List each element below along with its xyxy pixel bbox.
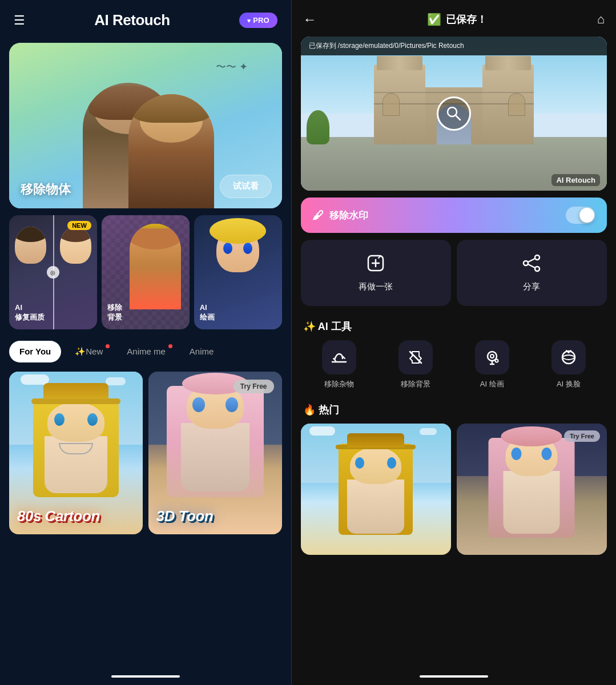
new-badge: NEW bbox=[67, 221, 91, 230]
tool-remove-bg[interactable]: 移除背景 bbox=[398, 340, 433, 389]
watermark-toggle-row: 🖌 移除水印 bbox=[301, 198, 607, 233]
remove-clutter-icon bbox=[322, 340, 356, 374]
zoom-icon bbox=[445, 105, 462, 122]
svg-point-5 bbox=[535, 255, 539, 260]
try-free-badge-hot[interactable]: Try Free bbox=[564, 430, 600, 442]
svg-point-6 bbox=[535, 267, 539, 271]
share-button[interactable]: 分享 bbox=[457, 240, 607, 306]
svg-line-1 bbox=[456, 115, 460, 120]
small-card-restore[interactable]: ◎ NEW AI修复画质 bbox=[9, 215, 97, 329]
svg-point-7 bbox=[524, 261, 528, 265]
tools-row: 移除杂物 移除背景 AI 绘画 bbox=[292, 340, 616, 398]
right-header: ← ✅ 已保存！ ⌂ bbox=[292, 0, 616, 37]
anime-card-80s-label: 80s Cartoon bbox=[17, 507, 135, 525]
anime-card-3dtoon[interactable]: Try Free 3D Toon bbox=[148, 372, 282, 534]
app-title: AI Retouch bbox=[94, 11, 170, 29]
anime-grid: 80s Cartoon Try Free 3D To bbox=[9, 372, 282, 668]
ai-face-swap-icon bbox=[551, 340, 586, 374]
redo-button[interactable]: 再做一张 bbox=[301, 240, 451, 306]
tab-new[interactable]: ✨New bbox=[65, 341, 113, 362]
anime-card-80s[interactable]: 80s Cartoon bbox=[9, 372, 143, 534]
back-button[interactable]: ← bbox=[303, 11, 317, 27]
watermark-toggle[interactable] bbox=[566, 207, 595, 224]
saved-status: ✅ 已保存！ bbox=[427, 13, 487, 26]
anime-card-3dtoon-label: 3D Toon bbox=[156, 507, 274, 525]
tab-anime-me-dot bbox=[168, 344, 172, 348]
ai-tools-title: ✨ AI 工具 bbox=[292, 315, 616, 340]
svg-line-8 bbox=[528, 259, 535, 262]
saved-checkmark-icon: ✅ bbox=[427, 13, 441, 26]
remove-clutter-label: 移除杂物 bbox=[324, 379, 354, 389]
watermark-label-row: 🖌 移除水印 bbox=[312, 209, 368, 222]
small-card-remove-bg[interactable]: 移除背景 bbox=[102, 215, 190, 329]
pro-badge[interactable]: PRO bbox=[239, 13, 277, 28]
svg-point-13 bbox=[490, 354, 494, 358]
tab-for-you[interactable]: For You bbox=[9, 341, 61, 362]
hot-grid: Try Free bbox=[292, 424, 616, 668]
try-free-badge-3dtoon[interactable]: Try Free bbox=[233, 380, 274, 393]
cathedral-image: AI Retouch bbox=[301, 37, 607, 191]
tab-anime[interactable]: Anime bbox=[179, 341, 224, 362]
tool-ai-paint[interactable]: AI 绘画 bbox=[475, 340, 509, 389]
small-card-label-restore: AI修复画质 bbox=[15, 303, 45, 323]
tabs-container: For You ✨New Anime me Anime bbox=[0, 336, 291, 367]
hero-card: 〜〜 ✦ 移除物体 试试看 bbox=[9, 43, 282, 208]
saved-image-container: 已保存到 /storage/emulated/0/Pictures/Pic Re… bbox=[301, 37, 607, 191]
left-home-indicator bbox=[111, 675, 180, 678]
svg-point-14 bbox=[495, 360, 498, 362]
remove-bg-icon bbox=[398, 340, 433, 374]
zoom-circle bbox=[437, 96, 471, 131]
share-label: 分享 bbox=[523, 281, 540, 292]
small-card-paint[interactable]: AI绘画 bbox=[194, 215, 282, 329]
action-buttons: 再做一张 分享 bbox=[301, 240, 607, 306]
watermark-label: 移除水印 bbox=[329, 209, 368, 222]
svg-line-9 bbox=[528, 264, 535, 268]
tool-ai-face-swap[interactable]: AI 换脸 bbox=[551, 340, 586, 389]
hot-title: 🔥 热门 bbox=[292, 398, 616, 424]
hot-card-2[interactable]: Try Free bbox=[457, 424, 607, 555]
left-header: ☰ AI Retouch PRO bbox=[0, 0, 291, 38]
right-bottom-bar bbox=[292, 668, 616, 685]
remove-bg-label: 移除背景 bbox=[401, 379, 430, 389]
share-icon bbox=[522, 253, 541, 277]
hero-label: 移除物体 bbox=[21, 181, 71, 198]
small-cards-row: ◎ NEW AI修复画质 移除背景 bbox=[9, 215, 282, 329]
tab-anime-me[interactable]: Anime me bbox=[116, 341, 176, 362]
toggle-knob bbox=[579, 208, 594, 223]
menu-icon[interactable]: ☰ bbox=[14, 13, 25, 28]
left-panel: ☰ AI Retouch PRO 〜〜 ✦ 移除物体 试试看 bbox=[0, 0, 291, 685]
tab-new-dot bbox=[106, 344, 110, 348]
brush-icon: 🖌 bbox=[312, 209, 324, 222]
home-button[interactable]: ⌂ bbox=[597, 12, 605, 27]
ai-brand-watermark: AI Retouch bbox=[551, 174, 600, 186]
left-bottom-bar bbox=[0, 668, 291, 685]
saved-text: 已保存！ bbox=[446, 13, 487, 26]
saved-path: 已保存到 /storage/emulated/0/Pictures/Pic Re… bbox=[301, 37, 607, 55]
small-card-label-bg: 移除背景 bbox=[107, 303, 122, 323]
hero-try-button[interactable]: 试试看 bbox=[220, 175, 272, 198]
ai-paint-icon bbox=[475, 340, 509, 374]
tool-remove-clutter[interactable]: 移除杂物 bbox=[322, 340, 356, 389]
redo-label: 再做一张 bbox=[359, 281, 393, 292]
hot-card-1[interactable] bbox=[301, 424, 451, 555]
small-card-label-paint: AI绘画 bbox=[200, 303, 215, 323]
ai-paint-label: AI 绘画 bbox=[480, 379, 504, 389]
right-panel: ← ✅ 已保存！ ⌂ 已保存到 /storage/emulated/0/Pict… bbox=[292, 0, 616, 685]
ai-face-swap-label: AI 换脸 bbox=[557, 379, 581, 389]
redo-icon bbox=[366, 253, 385, 277]
right-home-indicator bbox=[420, 675, 488, 678]
